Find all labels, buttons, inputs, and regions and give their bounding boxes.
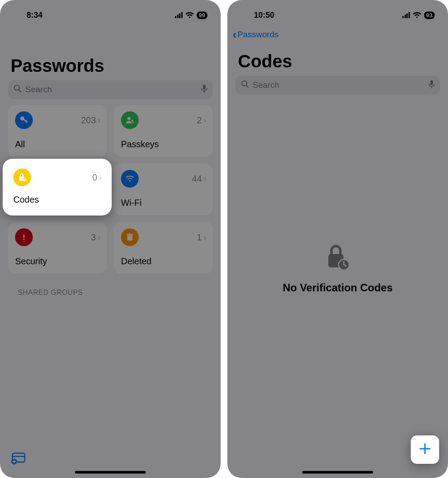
key-icon bbox=[15, 111, 33, 129]
svg-rect-17 bbox=[12, 456, 25, 457]
chevron-left-icon: ‹ bbox=[233, 29, 237, 40]
tile-passkeys-count: 2 bbox=[197, 115, 202, 125]
svg-point-0 bbox=[14, 85, 19, 90]
wifi-icon bbox=[413, 12, 421, 19]
tile-security-label: Security bbox=[15, 256, 101, 266]
search-icon bbox=[241, 80, 249, 90]
search-placeholder: Search bbox=[25, 85, 198, 94]
svg-line-1 bbox=[19, 90, 21, 92]
back-label: Passwords bbox=[238, 30, 279, 39]
codes-screen: 10:50 93 ‹ Passwords Codes Search bbox=[227, 0, 448, 478]
chevron-right-icon: › bbox=[99, 172, 102, 183]
wifi-circle-icon bbox=[121, 170, 139, 188]
chevron-right-icon: › bbox=[203, 115, 206, 125]
status-bar: 8:34 99 bbox=[0, 0, 221, 25]
chevron-right-icon: › bbox=[97, 232, 101, 243]
svg-point-7 bbox=[128, 117, 131, 120]
person-key-icon bbox=[121, 111, 139, 129]
svg-rect-13 bbox=[127, 235, 132, 241]
tile-wifi[interactable]: 44› Wi-Fi bbox=[114, 164, 213, 215]
status-time: 8:34 bbox=[27, 11, 43, 20]
tile-wifi-count: 44 bbox=[192, 174, 202, 184]
chevron-right-icon: › bbox=[203, 174, 206, 184]
status-indicators: 99 bbox=[175, 12, 207, 19]
page-title: Codes bbox=[227, 44, 448, 76]
shared-groups-heading: SHARED GROUPS bbox=[0, 274, 221, 297]
wifi-icon bbox=[185, 12, 194, 19]
battery-level: 99 bbox=[197, 12, 207, 19]
svg-rect-11 bbox=[23, 235, 25, 238]
highlight-codes-tile: 0› Codes bbox=[3, 159, 112, 215]
mic-icon[interactable] bbox=[201, 84, 207, 95]
lock-clock-icon bbox=[323, 243, 352, 274]
back-button[interactable]: ‹ Passwords bbox=[233, 29, 279, 40]
tile-all-label: All bbox=[15, 139, 101, 149]
empty-state: No Verification Codes bbox=[227, 101, 448, 294]
tile-security-count: 3 bbox=[91, 232, 96, 243]
svg-rect-9 bbox=[132, 121, 133, 123]
mic-icon[interactable] bbox=[429, 80, 435, 91]
svg-point-21 bbox=[242, 81, 246, 86]
exclamation-icon bbox=[15, 228, 33, 246]
tile-deleted[interactable]: 1› Deleted bbox=[114, 222, 213, 274]
empty-state-text: No Verification Codes bbox=[283, 282, 393, 294]
cellular-signal-icon bbox=[402, 12, 410, 18]
svg-point-12 bbox=[23, 239, 24, 240]
tile-all-count: 203 bbox=[81, 115, 96, 125]
tile-deleted-count: 1 bbox=[197, 232, 202, 243]
battery-level: 93 bbox=[424, 12, 435, 19]
tile-wifi-label: Wi-Fi bbox=[121, 198, 206, 208]
svg-rect-15 bbox=[129, 233, 131, 235]
tile-codes-count: 0 bbox=[92, 172, 97, 183]
plus-icon bbox=[418, 440, 432, 459]
tile-deleted-label: Deleted bbox=[121, 256, 206, 266]
svg-rect-2 bbox=[203, 85, 206, 90]
search-placeholder: Search bbox=[253, 80, 425, 90]
status-time: 10:50 bbox=[254, 11, 274, 20]
chevron-right-icon: › bbox=[203, 232, 206, 243]
home-indicator[interactable] bbox=[75, 471, 146, 474]
status-bar: 10:50 93 bbox=[227, 0, 448, 25]
tile-codes[interactable]: 0› Codes bbox=[6, 162, 108, 212]
tile-security[interactable]: 3› Security bbox=[8, 222, 107, 274]
tile-passkeys[interactable]: 2› Passkeys bbox=[114, 105, 213, 157]
add-wallet-button[interactable] bbox=[11, 451, 27, 466]
trash-icon bbox=[121, 228, 139, 246]
status-indicators: 93 bbox=[402, 12, 435, 19]
add-button[interactable] bbox=[411, 435, 439, 464]
tile-codes-label: Codes bbox=[13, 195, 102, 205]
search-input[interactable]: Search bbox=[235, 76, 440, 94]
search-icon bbox=[13, 84, 22, 95]
svg-rect-23 bbox=[430, 80, 433, 85]
tile-passkeys-label: Passkeys bbox=[121, 139, 206, 149]
home-indicator[interactable] bbox=[302, 471, 373, 474]
svg-point-10 bbox=[129, 180, 130, 181]
search-input[interactable]: Search bbox=[8, 80, 213, 99]
svg-line-22 bbox=[246, 86, 248, 87]
lock-clock-icon bbox=[13, 168, 31, 186]
chevron-right-icon: › bbox=[97, 115, 101, 125]
page-title: Passwords bbox=[0, 25, 221, 80]
tile-all[interactable]: 203› All bbox=[8, 105, 107, 157]
passwords-screen: 8:34 99 Passwords Search bbox=[0, 0, 221, 478]
cellular-signal-icon bbox=[175, 12, 183, 18]
